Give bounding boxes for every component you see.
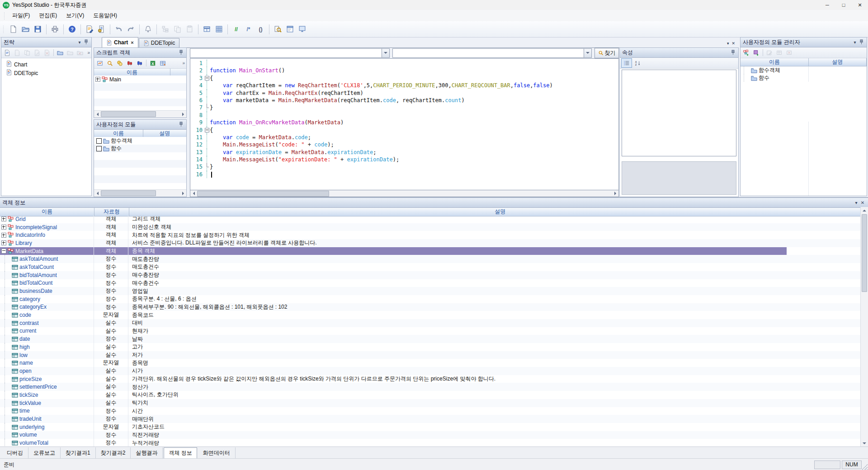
fold-margin[interactable] — [204, 171, 210, 178]
fold-margin[interactable] — [204, 89, 210, 97]
object-combobox[interactable] — [190, 48, 390, 58]
doc-tab-chart[interactable]: Chart× — [102, 37, 138, 47]
fold-margin[interactable] — [204, 134, 210, 141]
output-tab-객체 정보[interactable]: 객체 정보 — [164, 447, 197, 459]
scroll-left-icon[interactable] — [94, 111, 101, 118]
screen-data-button[interactable] — [297, 24, 308, 35]
user-module-row-함수[interactable]: 함수 — [94, 145, 186, 152]
module-manager-row-함수[interactable]: 함수 — [741, 74, 867, 82]
table-insert-button[interactable] — [158, 59, 167, 67]
code-area[interactable]: 12function Main_OnStart()3{4 var reqChar… — [190, 58, 619, 190]
strategy-item-chart[interactable]: Chart — [1, 60, 91, 69]
resize-grip[interactable] — [862, 464, 868, 470]
paste-object-button[interactable] — [184, 24, 195, 35]
panel-close-icon[interactable]: ✕ — [859, 200, 866, 205]
menu-item[interactable]: 편집(E) — [34, 10, 61, 21]
form-editor-button[interactable] — [284, 24, 296, 35]
maximize-button[interactable]: □ — [835, 0, 852, 10]
object-info-row-open[interactable]: open실수시가 — [0, 367, 861, 375]
scroll-thumb[interactable] — [101, 190, 156, 196]
find-in-script-button[interactable] — [272, 24, 283, 35]
toolbar-overflow-icon[interactable]: » — [181, 61, 186, 66]
object-info-row-contrast[interactable]: contrast실수대비 — [0, 319, 861, 327]
object-info-row-Library[interactable]: Library객체서비스 준비중입니다. DLL파일로 만들어진 라이브러리를 … — [0, 239, 861, 247]
checkbox[interactable] — [96, 138, 102, 144]
scroll-up-icon[interactable] — [861, 207, 868, 214]
scroll-thumb[interactable] — [197, 191, 329, 197]
strategy-copy-button[interactable] — [23, 48, 32, 57]
menu-item[interactable]: 파일(F) — [8, 10, 34, 21]
scroll-thumb[interactable] — [862, 214, 867, 292]
object-info-row-volumeTotal[interactable]: volumeTotal정수누적거래량 — [0, 439, 861, 446]
strategy-delete-button[interactable] — [42, 48, 52, 57]
object-info-row-underlying[interactable]: underlying문자열기초자산코드 — [0, 423, 861, 431]
strategy-new-button[interactable] — [3, 48, 12, 57]
parentheses-button[interactable]: () — [255, 24, 266, 35]
close-button[interactable]: ✕ — [852, 0, 868, 10]
new-file-button[interactable] — [8, 24, 19, 35]
output-tab-화면데이터[interactable]: 화면데이터 — [198, 447, 236, 459]
object-find-button[interactable] — [105, 59, 114, 67]
pin-icon[interactable] — [858, 39, 864, 45]
checkbox[interactable] — [96, 146, 102, 151]
module-manager-desc-column[interactable]: 설명 — [809, 58, 867, 66]
panel-menu-icon[interactable]: ▾ — [76, 40, 83, 45]
print-button[interactable] — [49, 24, 61, 35]
fold-margin[interactable] — [204, 97, 210, 104]
object-info-row-volume[interactable]: volume정수직전거래량 — [0, 431, 861, 439]
script-object-row-main[interactable]: Main — [94, 75, 186, 83]
object-info-row-askTotalAmount[interactable]: askTotalAmount정수매도총잔량 — [0, 255, 861, 263]
output-tab-실행결과[interactable]: 실행결과 — [131, 447, 163, 459]
object-info-row-IncompleteSignal[interactable]: IncompleteSignal객체미완성신호 객체 — [0, 223, 861, 231]
object-info-row-tickSize[interactable]: tickSize실수틱사이즈, 호가단위 — [0, 391, 861, 399]
alphabetical-sort-button[interactable]: AZ — [633, 59, 643, 67]
fold-margin[interactable] — [204, 127, 210, 134]
object-info-row-settlementPrice[interactable]: settlementPrice실수정산가 — [0, 383, 861, 391]
properties-list[interactable] — [622, 70, 736, 156]
open-file-button[interactable] — [20, 24, 31, 35]
object-info-row-current[interactable]: current실수현재가 — [0, 327, 861, 335]
object-info-row-IndicatorInfo[interactable]: IndicatorInfo객체차트에 적용할 지표의 정보를 설정하기 위한 객… — [0, 231, 861, 239]
object-info-row-categoryEx[interactable]: categoryEx정수종목세부구분. 90 : 해외선물, 해외콜옵션 : 1… — [0, 303, 861, 311]
expand-icon[interactable] — [1, 233, 6, 238]
object-info-row-bidTotalCount[interactable]: bidTotalCount정수매수총건수 — [0, 279, 861, 287]
object-info-row-bidTotalAmount[interactable]: bidTotalAmount정수매수총잔량 — [0, 271, 861, 279]
block-comment-button[interactable]: /* — [243, 24, 254, 35]
object-info-row-Grid[interactable]: Grid객체그리드 객체 — [0, 215, 861, 223]
expand-icon[interactable] — [1, 225, 6, 230]
scroll-right-icon[interactable] — [179, 190, 186, 197]
excel-export-button[interactable]: X — [148, 59, 157, 67]
output-tab-찾기결과1[interactable]: 찾기결과1 — [61, 447, 96, 459]
menu-item[interactable]: 보기(V) — [61, 10, 89, 21]
grid-view-button[interactable] — [213, 24, 225, 35]
output-tab-오류보고[interactable]: 오류보고 — [28, 447, 61, 459]
object-info-row-tickValue[interactable]: tickValue실수틱가치 — [0, 399, 861, 407]
object-info-row-low[interactable]: low실수저가 — [0, 351, 861, 359]
object-info-row-high[interactable]: high실수고가 — [0, 343, 861, 351]
object-info-row-askTotalCount[interactable]: askTotalCount정수매도총건수 — [0, 263, 861, 271]
fold-margin[interactable] — [204, 60, 210, 67]
scroll-left-icon[interactable] — [94, 190, 101, 197]
delete-table-button[interactable] — [785, 48, 794, 57]
undo-button[interactable] — [113, 24, 124, 35]
object-info-row-category[interactable]: category정수종목구분. 4 : 선물, 6 : 옵션 — [0, 295, 861, 303]
fold-margin[interactable] — [204, 104, 210, 111]
strategy-folder-button[interactable] — [56, 48, 65, 57]
object-info-row-priceSize[interactable]: priceSize실수가격단위. 해외선물의 경우 tickSize와 같은 값… — [0, 375, 861, 383]
user-module-row-함수객체[interactable]: 함수객체 — [94, 137, 186, 145]
pin-icon[interactable] — [178, 50, 184, 56]
module-manager-row-함수객체[interactable]: 함수객체 — [741, 66, 867, 74]
pin-icon[interactable] — [730, 50, 736, 56]
table-view-button[interactable] — [201, 24, 212, 35]
save-button[interactable] — [32, 24, 43, 35]
help-button[interactable]: ? — [66, 24, 78, 35]
object-info-row-code[interactable]: code문자열종목코드 — [0, 311, 861, 319]
alarm-button[interactable] — [142, 24, 154, 35]
output-tab-디버깅[interactable]: 디버깅 — [2, 447, 28, 459]
edit-module-button[interactable] — [765, 48, 774, 57]
line-comment-button[interactable]: // — [231, 24, 242, 35]
add-table-button[interactable] — [775, 48, 784, 57]
toolbar-overflow-icon[interactable]: » — [86, 50, 91, 55]
object-info-row-date[interactable]: date정수날짜 — [0, 335, 861, 343]
tab-close-all-icon[interactable]: ✕ — [731, 41, 735, 46]
